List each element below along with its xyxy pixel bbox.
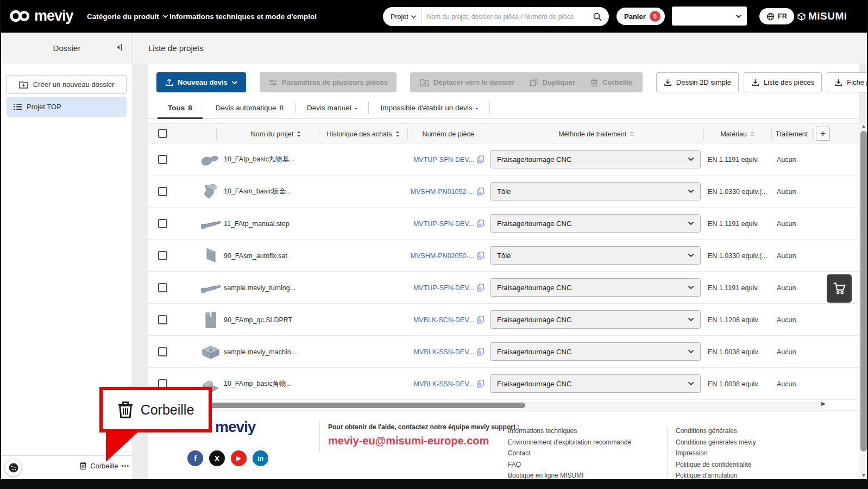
- part-number-cell: MVTUP-SFN-DEV...: [398, 272, 485, 304]
- row-checkbox[interactable]: [158, 155, 167, 164]
- tab-impossible-devis[interactable]: Impossible d'établir un devis-: [369, 97, 489, 118]
- header-project-name[interactable]: Nom du projet: [222, 124, 330, 144]
- table-row: 10_FAtp_basic丸物基... MVTUP-SFN-DEV... Fra…: [148, 143, 859, 175]
- tab-devis-automatique[interactable]: Devis automatique8: [204, 97, 295, 118]
- footer-divider: [667, 428, 668, 477]
- sort-icon[interactable]: [395, 131, 400, 137]
- top-navbar: meviy Catégorie du produit Informations …: [0, 0, 868, 33]
- search-input[interactable]: [422, 13, 591, 21]
- footer-link[interactable]: Impression: [676, 448, 756, 459]
- search-button[interactable]: [591, 12, 609, 21]
- material-value: EN 1.0038 equiv.: [708, 368, 774, 400]
- parts-list-button[interactable]: Liste des pièces: [744, 72, 822, 92]
- tab-devis-manuel[interactable]: Devis manuel-: [295, 97, 368, 118]
- language-button[interactable]: FR: [759, 8, 794, 24]
- scroll-right-arrow[interactable]: ▶: [821, 400, 826, 406]
- part-number-link[interactable]: MVTUP-SFN-DEV...: [413, 156, 474, 164]
- part-number-link[interactable]: MVBLK-SSN-DEV...: [414, 348, 474, 356]
- row-checkbox[interactable]: [158, 251, 167, 260]
- copy-icon[interactable]: [477, 155, 485, 164]
- processing-method-select[interactable]: Fraisage/tournage CNC: [490, 150, 701, 168]
- chevron-down-icon: [688, 318, 694, 321]
- row-checkbox[interactable]: [158, 187, 167, 196]
- support-email-link[interactable]: meviy-eu@misumi-europe.com: [328, 435, 519, 447]
- support-block: Pour obtenir de l'aide, contactez notre …: [328, 423, 519, 447]
- header-material[interactable]: Matériau ≡: [703, 124, 771, 144]
- navbar-dropdown[interactable]: [672, 7, 747, 26]
- product-sheet-button[interactable]: Fiche produit: [827, 72, 868, 92]
- duplicate-button[interactable]: Dupliquer: [530, 78, 575, 86]
- treatment-value: Aucun: [777, 272, 815, 304]
- copy-icon[interactable]: [477, 252, 485, 260]
- processing-method-select[interactable]: Fraisage/tournage CNC: [490, 342, 701, 361]
- part-number-link[interactable]: MVTUP-SFN-DEV...: [413, 220, 474, 228]
- cart-side-tab[interactable]: [827, 274, 852, 303]
- header-processing-method[interactable]: Méthode de traitement ≡: [489, 124, 703, 144]
- linkedin-icon[interactable]: in: [253, 450, 268, 466]
- multi-part-settings-button[interactable]: Paramètres de plusieurs pièces: [260, 72, 397, 92]
- processing-method-select[interactable]: Fraisage/tournage CNC: [490, 374, 701, 393]
- window-left-edge: [0, 0, 1, 489]
- footer-link[interactable]: Conditions générales: [676, 425, 756, 437]
- row-checkbox[interactable]: [158, 219, 167, 228]
- chevron-down-icon: [736, 15, 741, 18]
- processing-method-select[interactable]: Fraisage/tournage CNC: [490, 310, 701, 329]
- cart-icon: [832, 282, 846, 295]
- new-quote-button[interactable]: Nouveau devis: [156, 72, 246, 92]
- filter-icon[interactable]: ≡: [630, 130, 634, 138]
- processing-method-select[interactable]: Fraisage/tournage CNC: [490, 214, 701, 233]
- footer-link[interactable]: Contact: [508, 448, 631, 459]
- part-number-cell: MVBLK-SCN-DEV...: [398, 304, 485, 336]
- menu-product-category[interactable]: Catégorie du produit: [87, 0, 168, 33]
- footer-link[interactable]: Politique de confidentialité: [676, 459, 756, 471]
- move-to-folder-button[interactable]: Déplacer vers le dossier: [420, 78, 515, 86]
- tab-tous[interactable]: Tous8: [156, 97, 204, 118]
- horizontal-scrollbar[interactable]: [148, 402, 828, 409]
- part-number-link[interactable]: MVSHM-PN02050-...: [411, 252, 474, 260]
- part-number-link[interactable]: MVTUP-SFN-DEV...: [413, 284, 474, 292]
- search-scope-select[interactable]: Projet: [383, 7, 422, 26]
- footer-link[interactable]: FAQ: [508, 459, 631, 471]
- processing-method-select[interactable]: Tôle: [490, 182, 701, 200]
- x-twitter-icon[interactable]: X: [209, 450, 225, 466]
- trash-button[interactable]: Corbeille: [590, 78, 633, 87]
- copy-icon[interactable]: [477, 348, 485, 356]
- part-number-cell: MVTUP-SFN-DEV...: [398, 208, 485, 240]
- create-folder-button[interactable]: Créer un nouveau dossier: [7, 75, 127, 94]
- copy-icon[interactable]: [477, 187, 485, 196]
- sidebar-collapse-button[interactable]: [115, 43, 123, 51]
- processing-method-select[interactable]: Tôle: [490, 246, 701, 265]
- misumi-logo[interactable]: MiSUMi: [797, 10, 847, 22]
- meviy-logo[interactable]: meviy: [9, 8, 73, 24]
- copy-icon[interactable]: [477, 380, 485, 388]
- download-buttons-group: Dessin 2D simple Liste des pièces Fiche …: [656, 72, 868, 92]
- part-number-link[interactable]: MVBLK-SCN-DEV...: [413, 316, 474, 324]
- row-checkbox[interactable]: [158, 283, 167, 292]
- cookie-settings-button[interactable]: [4, 459, 22, 477]
- select-all-checkbox[interactable]: [158, 129, 167, 138]
- sort-icon[interactable]: [297, 131, 301, 137]
- footer-link[interactable]: Environnement d'exploitation recommandé: [508, 437, 631, 448]
- cart-button[interactable]: Panier 0: [617, 8, 665, 25]
- vertical-scrollbar-thumb[interactable]: [860, 131, 867, 452]
- footer-link[interactable]: Conditions générales meviy: [676, 437, 756, 448]
- row-checkbox[interactable]: [158, 315, 167, 324]
- add-column-button[interactable]: +: [816, 127, 830, 141]
- row-checkbox[interactable]: [158, 347, 167, 356]
- filter-icon[interactable]: ≡: [750, 130, 754, 138]
- part-number-link[interactable]: MVBLK-SSN-DEV...: [414, 380, 474, 388]
- menu-technical-info[interactable]: Informations techniques et mode d'emploi: [169, 0, 317, 33]
- simple-2d-drawing-button[interactable]: Dessin 2D simple: [656, 72, 739, 92]
- sidebar-item-projet-top[interactable]: Projet TOP: [7, 97, 127, 117]
- copy-icon[interactable]: [477, 220, 485, 228]
- footer-link[interactable]: Informations techniques: [508, 425, 631, 437]
- header-purchase-history[interactable]: Historique des achats: [319, 124, 407, 144]
- table-row: 10_FAsm_basic板金... MVSHM-PN01052-... Tôl…: [148, 175, 859, 208]
- part-number-link[interactable]: MVSHM-PN01052-...: [411, 188, 474, 196]
- facebook-icon[interactable]: f: [187, 450, 203, 466]
- copy-icon[interactable]: [477, 316, 485, 324]
- youtube-icon[interactable]: ▶: [231, 450, 247, 466]
- processing-method-select[interactable]: Fraisage/tournage CNC: [490, 278, 701, 297]
- download-icon: [751, 78, 759, 86]
- copy-icon[interactable]: [477, 284, 485, 292]
